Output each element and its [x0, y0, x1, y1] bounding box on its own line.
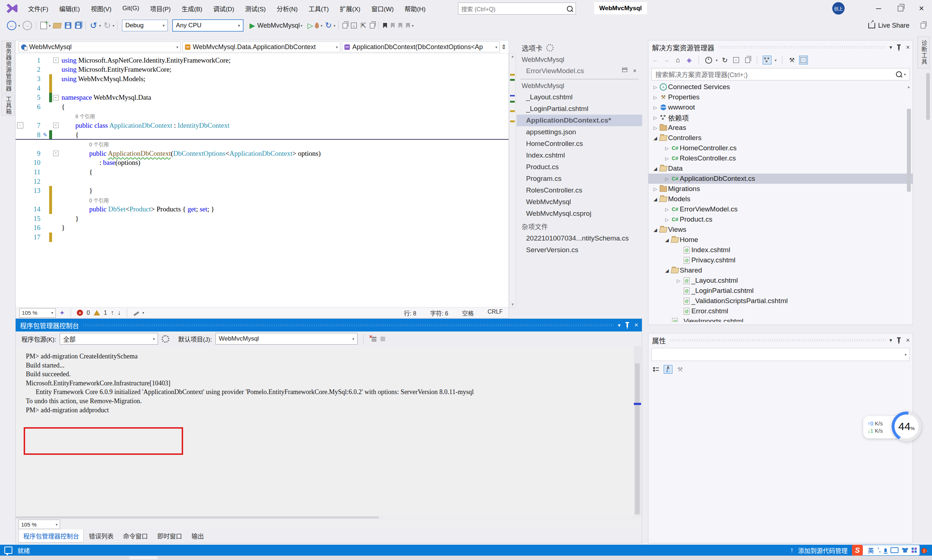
tree-item[interactable]: ▷Areas: [649, 123, 913, 133]
tree-item[interactable]: ◢Shared: [649, 265, 913, 275]
collapse-arrow-icon[interactable]: ◢: [652, 166, 659, 171]
menu-x[interactable]: 扩展(X): [334, 0, 366, 17]
expand-arrow-icon[interactable]: ▷: [652, 115, 659, 120]
window-position-dropdown[interactable]: ▾: [618, 322, 621, 329]
code-line[interactable]: 11{: [15, 168, 508, 177]
menu-f[interactable]: 文件(F): [23, 0, 54, 17]
hot-reload-icon[interactable]: [315, 23, 319, 28]
gear-icon[interactable]: [546, 44, 554, 52]
navigate-back-dropdown[interactable]: ▾: [18, 24, 20, 28]
restart-dropdown[interactable]: ▾: [333, 24, 335, 28]
sync-dropdown[interactable]: ▾: [775, 58, 776, 62]
ime-mode-toggle[interactable]: 英: [868, 546, 874, 555]
sidebar-tab-toolbox[interactable]: 工具箱: [2, 95, 15, 116]
menu-v[interactable]: 视图(V): [85, 0, 117, 17]
solution-search-input[interactable]: 搜索解决方案资源管理器(Ctrl+;) ▾: [651, 68, 910, 80]
publish-icon[interactable]: ↑: [790, 546, 794, 554]
code-line[interactable]: 13}: [15, 186, 508, 195]
show-all-files-icon[interactable]: ·: [799, 56, 808, 65]
panel-tab-2[interactable]: 命令窗口: [119, 529, 152, 542]
scrollbar-thumb[interactable]: [907, 109, 911, 192]
open-folder-icon[interactable]: [53, 23, 61, 28]
code-line[interactable]: 12: [15, 177, 508, 186]
fold-toggle-icon[interactable]: −: [53, 123, 59, 128]
menu-e[interactable]: 编辑(E): [54, 0, 86, 17]
close-icon[interactable]: ×: [906, 44, 910, 51]
forward-icon[interactable]: →: [662, 56, 671, 64]
redo-icon[interactable]: ↻: [103, 20, 111, 31]
back-icon[interactable]: ←: [651, 56, 659, 64]
quick-search-input[interactable]: 搜索 (Ctrl+Q): [458, 3, 576, 15]
memory-usage-bubble[interactable]: 44 %: [892, 412, 921, 442]
tree-item[interactable]: ▷+Connected Services: [649, 82, 913, 92]
add-user-icon[interactable]: [921, 23, 926, 28]
tab-item[interactable]: HomeController.cs: [517, 138, 642, 149]
tab-item[interactable]: ErrorViewModel.cs×: [517, 65, 642, 77]
user-avatar[interactable]: 创上: [832, 2, 845, 15]
error-count[interactable]: 0: [87, 310, 90, 316]
fold-toggle-icon[interactable]: −: [53, 95, 59, 100]
tree-item[interactable]: ◢Models: [649, 194, 913, 204]
pin-icon[interactable]: [898, 338, 900, 342]
right-strip-scrollbar[interactable]: [926, 73, 930, 120]
code-line[interactable]: 3using WebMvcMysql.Models;: [15, 74, 508, 84]
fold-toggle-icon[interactable]: −: [53, 57, 59, 63]
sogou-logo-icon[interactable]: S: [852, 545, 863, 555]
menu-n[interactable]: 分析(N): [271, 0, 303, 17]
code-line[interactable]: 15}: [15, 214, 508, 223]
menu-d[interactable]: 调试(D): [208, 0, 240, 17]
menu-s[interactable]: 测试(S): [240, 0, 271, 17]
member-dropdown[interactable]: ApplicationDbContext(DbContextOptions<Ap…: [342, 42, 500, 52]
navigate-back-icon[interactable]: ←: [7, 21, 16, 30]
collapse-all-icon[interactable]: −: [732, 56, 740, 64]
collapse-arrow-icon[interactable]: ◢: [652, 227, 659, 232]
tab-item[interactable]: ServerVersion.cs: [517, 244, 642, 256]
warning-count-icon[interactable]: [94, 310, 100, 315]
collapse-arrow-icon[interactable]: ◢: [652, 135, 659, 141]
type-dropdown[interactable]: WebMvcMysql.Data.ApplicationDbContext▾: [182, 42, 340, 52]
tree-item[interactable]: @_ViewImports.cshtml: [649, 316, 913, 322]
scrollbar-thumb[interactable]: [15, 516, 379, 518]
panel-tab-3[interactable]: 即时窗口: [153, 529, 186, 542]
solution-home-icon[interactable]: ⌂: [351, 23, 357, 28]
tree-item[interactable]: @_ValidationScriptsPartial.cshtml: [649, 296, 913, 306]
menu-b[interactable]: 生成(B): [176, 0, 208, 17]
solution-platform-select[interactable]: Any CPU▾: [172, 19, 243, 32]
expand-arrow-icon[interactable]: ▷: [652, 125, 659, 131]
panel-tab-package-manager-console[interactable]: 程序包管理器控制台: [18, 529, 84, 543]
close-icon[interactable]: ×: [633, 68, 636, 74]
fold-toggle-icon[interactable]: −: [53, 151, 59, 156]
solution-scrollbar[interactable]: ▲: [906, 85, 912, 323]
editor-zoom-select[interactable]: 105 %▾: [19, 308, 56, 318]
console-output[interactable]: PM> add-migration CreateIdentitySchemaBu…: [15, 346, 642, 515]
package-source-select[interactable]: 全部▾: [60, 333, 158, 345]
copy-docs-icon[interactable]: [370, 23, 374, 28]
keep-open-icon[interactable]: [622, 68, 627, 72]
code-line[interactable]: 17: [15, 232, 508, 242]
code-cleanup-icon[interactable]: ▬: [131, 309, 140, 317]
feedback-icon[interactable]: [5, 546, 12, 554]
prev-bookmark-icon[interactable]: [391, 23, 394, 28]
minimize-button[interactable]: ─: [868, 0, 889, 17]
editor-scrollbar[interactable]: ▲ ▼: [509, 53, 516, 308]
tab-item[interactable]: Product.cs: [517, 161, 642, 173]
menu-p[interactable]: 项目(P): [145, 0, 176, 17]
warning-count[interactable]: 1: [104, 310, 107, 316]
caret-line-indicator[interactable]: 行: 8: [404, 309, 416, 317]
pending-changes-filter-icon[interactable]: [704, 56, 712, 64]
sidebar-tab-diagnostic-tools[interactable]: 诊断工具: [917, 36, 930, 68]
expand-arrow-icon[interactable]: ▷: [652, 105, 659, 110]
code-area[interactable]: 1−using Microsoft.AspNetCore.Identity.En…: [15, 54, 508, 310]
tree-item[interactable]: @Index.cshtml: [649, 245, 913, 255]
skin-icon[interactable]: [902, 548, 908, 553]
menu-w[interactable]: 窗口(W): [366, 0, 399, 17]
tree-item[interactable]: ▷C#Product.cs: [649, 214, 913, 225]
expand-arrow-icon[interactable]: ▷: [664, 217, 670, 222]
close-icon[interactable]: ×: [634, 321, 638, 329]
expand-arrow-icon[interactable]: ▷: [664, 156, 670, 161]
scroll-down-icon[interactable]: ▼: [511, 302, 515, 306]
clear-console-icon[interactable]: [370, 336, 377, 342]
tree-item[interactable]: ▷C#ApplicationDbContext.cs: [649, 174, 913, 184]
code-line[interactable]: 16}: [15, 223, 508, 233]
tab-item[interactable]: 2022101007034...ntitySchema.cs: [517, 232, 642, 244]
